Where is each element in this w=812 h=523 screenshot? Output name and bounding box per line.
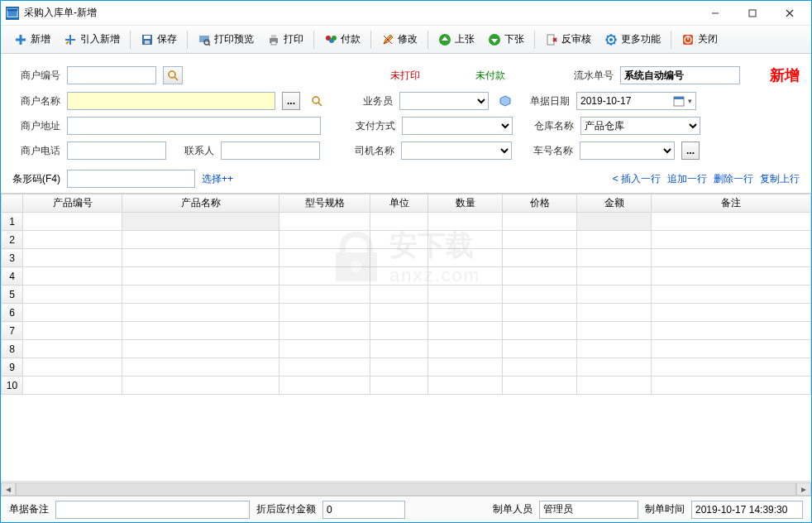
cell[interactable] — [370, 322, 428, 340]
table-row[interactable]: 3 — [2, 249, 811, 267]
discount-input[interactable] — [322, 501, 405, 519]
cell[interactable] — [23, 231, 122, 249]
merchant-no-lookup-button[interactable] — [163, 66, 183, 84]
delete-row-link[interactable]: 删除一行 — [714, 172, 753, 186]
pay-method-select[interactable] — [402, 117, 513, 135]
cell[interactable] — [428, 285, 503, 304]
cell[interactable] — [23, 267, 122, 285]
table-row[interactable]: 4 — [2, 267, 811, 285]
cell[interactable] — [279, 285, 370, 304]
cell[interactable] — [370, 358, 428, 377]
cell[interactable] — [370, 377, 428, 395]
cell[interactable] — [23, 249, 122, 267]
cell[interactable] — [503, 304, 577, 322]
cell[interactable] — [652, 231, 811, 249]
pay-button[interactable]: 付款 — [319, 30, 365, 49]
cell[interactable] — [23, 377, 122, 395]
cell[interactable] — [652, 249, 811, 267]
cell[interactable] — [428, 322, 503, 340]
new-button[interactable]: 新增 — [9, 30, 55, 49]
salesman-extra-button[interactable] — [495, 92, 515, 110]
cell[interactable] — [279, 304, 370, 322]
cell[interactable] — [652, 340, 811, 358]
cell[interactable] — [428, 213, 503, 231]
print-preview-button[interactable]: 打印预览 — [193, 30, 259, 49]
car-select[interactable] — [580, 142, 675, 160]
cell[interactable] — [370, 267, 428, 285]
cell[interactable] — [370, 249, 428, 267]
maximize-button[interactable] — [733, 2, 771, 25]
merchant-addr-input[interactable] — [67, 117, 321, 135]
merchant-name-input[interactable] — [67, 92, 275, 110]
column-header[interactable]: 价格 — [503, 194, 577, 213]
cell[interactable] — [370, 340, 428, 358]
import-new-button[interactable]: 引入新增 — [59, 30, 125, 49]
cell[interactable] — [370, 285, 428, 304]
cell[interactable] — [122, 340, 279, 358]
row-header[interactable]: 4 — [2, 267, 23, 285]
row-header[interactable]: 2 — [2, 231, 23, 249]
column-header[interactable]: 产品名称 — [122, 194, 279, 213]
save-button[interactable]: 保存 — [136, 30, 182, 49]
cell[interactable] — [23, 304, 122, 322]
cell[interactable] — [122, 358, 279, 377]
cell[interactable] — [652, 304, 811, 322]
cell[interactable] — [428, 377, 503, 395]
horizontal-scrollbar[interactable]: ◂ ▸ — [1, 481, 811, 496]
driver-select[interactable] — [401, 142, 512, 160]
row-header[interactable]: 3 — [2, 249, 23, 267]
row-header[interactable]: 8 — [2, 340, 23, 358]
table-row[interactable]: 5 — [2, 285, 811, 304]
cell[interactable] — [122, 231, 279, 249]
cell[interactable] — [370, 231, 428, 249]
cell[interactable] — [503, 213, 577, 231]
warehouse-select[interactable]: 产品仓库 — [580, 117, 700, 135]
row-header[interactable]: 1 — [2, 213, 23, 231]
select-link[interactable]: 选择++ — [202, 172, 233, 186]
merchant-name-lookup-button[interactable] — [307, 92, 327, 110]
cell[interactable] — [279, 358, 370, 377]
table-row[interactable]: 8 — [2, 340, 811, 358]
remark-input[interactable] — [55, 501, 250, 519]
cell[interactable] — [122, 267, 279, 285]
minimize-button[interactable] — [696, 2, 733, 25]
merchant-name-more-button[interactable]: ... — [282, 92, 300, 110]
row-header[interactable]: 10 — [2, 377, 23, 395]
table-row[interactable]: 6 — [2, 304, 811, 322]
cell[interactable] — [577, 358, 652, 377]
next-button[interactable]: 下张 — [483, 30, 529, 49]
cell[interactable] — [370, 304, 428, 322]
car-more-button[interactable]: ... — [681, 142, 700, 160]
print-button[interactable]: 打印 — [262, 30, 308, 49]
cell[interactable] — [577, 304, 652, 322]
insert-row-link[interactable]: < 插入一行 — [613, 172, 661, 186]
barcode-input[interactable] — [67, 170, 195, 188]
cell[interactable] — [279, 249, 370, 267]
table-row[interactable]: 7 — [2, 322, 811, 340]
cell[interactable] — [122, 304, 279, 322]
cell[interactable] — [503, 231, 577, 249]
cell[interactable] — [577, 340, 652, 358]
cell[interactable] — [23, 213, 122, 231]
cell[interactable] — [122, 213, 279, 231]
table-row[interactable]: 10 — [2, 377, 811, 395]
column-header[interactable]: 单位 — [370, 194, 428, 213]
cell[interactable] — [577, 249, 652, 267]
table-row[interactable]: 2 — [2, 231, 811, 249]
cell[interactable] — [503, 267, 577, 285]
column-header[interactable]: 型号规格 — [279, 194, 370, 213]
cell[interactable] — [279, 231, 370, 249]
cell[interactable] — [23, 340, 122, 358]
table-row[interactable]: 9 — [2, 358, 811, 377]
grid[interactable]: 安下载 anxz.com 产品编号产品名称型号规格单位数量价格金额备注 1234… — [1, 193, 811, 481]
append-row-link[interactable]: 追加一行 — [667, 172, 707, 186]
more-button[interactable]: 更多功能 — [599, 30, 666, 49]
cell[interactable] — [503, 377, 577, 395]
cell[interactable] — [122, 249, 279, 267]
cell[interactable] — [122, 377, 279, 395]
row-header[interactable]: 9 — [2, 358, 23, 377]
cell[interactable] — [503, 340, 577, 358]
cell[interactable] — [279, 322, 370, 340]
merchant-no-input[interactable] — [67, 66, 156, 84]
scroll-left-icon[interactable]: ◂ — [1, 482, 16, 496]
